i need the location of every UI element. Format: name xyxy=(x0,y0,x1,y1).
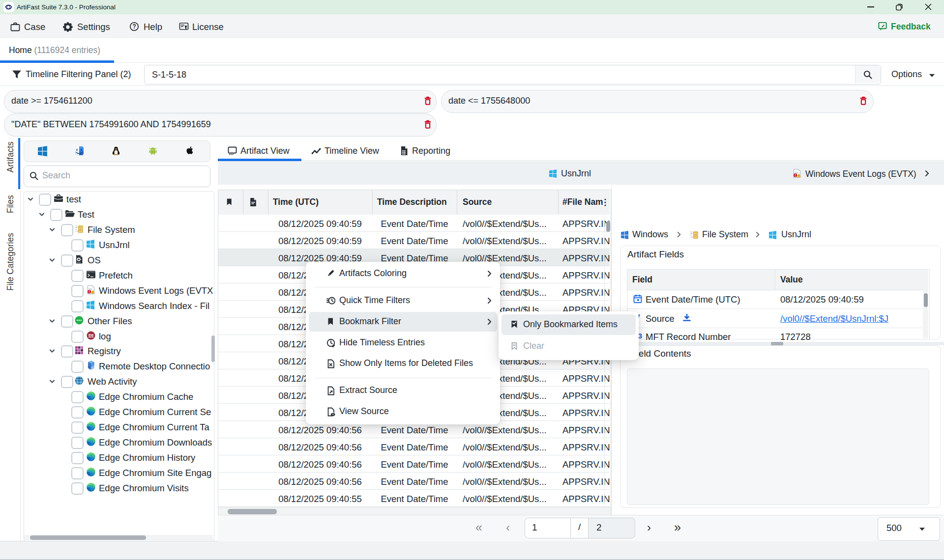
svg-text:!: ! xyxy=(795,173,796,177)
svg-text:!: ! xyxy=(92,291,93,294)
svg-text:!: ! xyxy=(89,290,90,293)
svg-text:?: ? xyxy=(132,23,136,30)
svg-text:!: ! xyxy=(798,174,799,177)
